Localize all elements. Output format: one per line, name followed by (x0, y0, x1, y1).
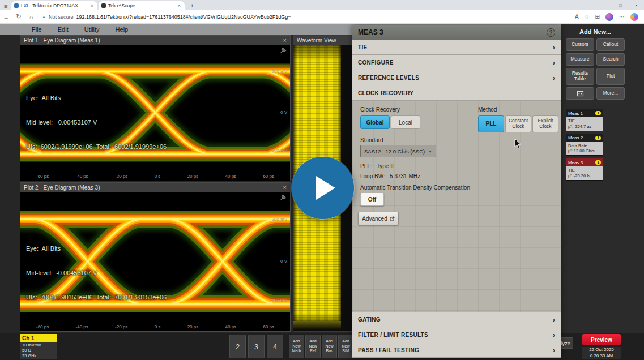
channel-4-button[interactable]: 4 (267, 335, 283, 358)
atdc-label: Automatic Transition Density Compensatio… (360, 185, 470, 191)
clock-recovery-content: Clock Recovery Global Local Method PLL C… (352, 101, 561, 312)
new-tab-button[interactable]: + (186, 2, 198, 10)
profile-avatar[interactable] (605, 13, 613, 21)
meas3-badge[interactable]: Meas 3 1 TIE µ': -25.26 fs (566, 158, 603, 181)
chevron-right-icon: › (553, 315, 555, 324)
advanced-label: Advanced (362, 216, 387, 222)
section-pass-fail[interactable]: PASS / FAIL TESTING › (352, 342, 561, 358)
browser-menu-icon[interactable]: ⋯ (619, 14, 625, 20)
y-label-bottom: -200 mV (270, 148, 287, 153)
global-button[interactable]: Global (360, 115, 390, 129)
section-filter-limit[interactable]: FILTER / LIMIT RESULTS › (352, 327, 561, 342)
back-icon[interactable]: ← (0, 14, 12, 20)
cursors-button[interactable]: Cursors (566, 38, 594, 51)
badge-name: Meas 1 (568, 111, 595, 116)
menu-help[interactable]: Help (116, 26, 129, 33)
plot-pin-icon[interactable] (280, 194, 287, 201)
menu-edit[interactable]: Edit (58, 26, 69, 33)
add-new-sim-button[interactable]: Add New SIM (338, 335, 353, 358)
meas2-badge[interactable]: Meas 2 1 Data Rate µ': 12.00 Gb/s (566, 134, 603, 156)
plot-close-icon[interactable]: × (283, 184, 287, 191)
standard-value: SAS12 : 12.0 Gb/s (SSC) (364, 148, 428, 155)
chevron-right-icon: › (553, 74, 555, 82)
browser-tab-lxi[interactable]: LXI - Tektronix-DPO714AX × (11, 1, 97, 10)
measure-button[interactable]: Measure (566, 53, 594, 66)
explicit-clock-button[interactable]: Explicit Clock (532, 115, 558, 132)
constant-clock-button[interactable]: Constant Clock (505, 115, 531, 132)
mid-level-label: Mid-level: -0.00453107 V (26, 118, 167, 126)
meas2-header: Meas 2 1 (566, 134, 603, 142)
badge-name: Meas 3 (568, 160, 595, 165)
menu-utility[interactable]: Utility (84, 26, 100, 33)
meas3-panel-header[interactable]: MEAS 3 ? (352, 25, 561, 40)
address-field[interactable]: ▲ Not secure 192.168.1.61/Tektronix/?rel… (42, 14, 569, 20)
atdc-toggle[interactable]: Off (360, 192, 384, 206)
section-gating[interactable]: GATING › (352, 312, 561, 327)
chevron-right-icon: › (553, 346, 555, 354)
waveform-view-titlebar[interactable]: Waveform View (293, 36, 353, 45)
channel-1-badge[interactable]: Ch 1 70 mV/div 50 Ω 25 GHz (20, 334, 57, 359)
add-new-ref-button[interactable]: Add New Ref (305, 335, 321, 358)
act-on-event-button[interactable] (566, 87, 594, 100)
clock-recovery-label: Clock Recovery (360, 106, 400, 113)
home-icon[interactable]: ⌂ (25, 14, 37, 20)
standard-dropdown[interactable]: SAS12 : 12.0 Gb/s (SSC) ▼ (360, 145, 436, 157)
meas1-badge[interactable]: Meas 1 1 TIE µ': -354.7 as (566, 109, 603, 131)
tab-close-icon[interactable]: × (89, 3, 95, 8)
section-clock-recovery[interactable]: CLOCK RECOVERY (352, 85, 561, 101)
plot1-x-axis: -60 ps -40 ps -20 ps 0 s 20 ps 40 ps 60 … (20, 174, 290, 179)
collections-icon[interactable]: ⊞ (595, 14, 600, 20)
y-label-top: 200 mV (271, 69, 287, 74)
advanced-button[interactable]: Advanced (358, 212, 399, 225)
play-icon (316, 176, 335, 200)
plot-button[interactable]: Plot (596, 68, 625, 85)
window-controls: — □ × (596, 0, 644, 10)
tab-search-icon[interactable]: ⊞ (0, 2, 11, 10)
plot1-titlebar[interactable]: Plot 1 - Eye Diagram (Meas 1) × (20, 36, 290, 45)
local-button[interactable]: Local (391, 115, 420, 129)
more-button[interactable]: More... (596, 87, 625, 100)
tab-favicon-icon (101, 3, 106, 8)
favorite-star-icon[interactable]: ☆ (585, 14, 590, 20)
section-configure[interactable]: CONFIGURE › (352, 55, 561, 70)
x-tick: 60 ps (263, 324, 274, 329)
search-button[interactable]: Search (596, 53, 625, 66)
channel-3-button[interactable]: 3 (248, 335, 265, 358)
mid-level-label: Mid-level: -0.00453107 V (26, 269, 167, 277)
plot2-canvas[interactable]: 200 mV 0 V -200 mV Eye: All Bits Mid-lev… (20, 192, 290, 331)
add-new-math-button[interactable]: Add New Math (289, 335, 304, 358)
plot2-panel: Plot 2 - Eye Diagram (Meas 3) × (20, 182, 291, 332)
preview-button[interactable]: Preview (582, 334, 621, 345)
video-play-button[interactable] (292, 157, 354, 219)
plot1-readout: Eye: All Bits Mid-level: -0.00453107 V U… (26, 78, 167, 167)
menu-file[interactable]: File (32, 26, 42, 33)
section-tie[interactable]: TIE › (352, 40, 561, 55)
minimize-icon[interactable]: — (596, 3, 612, 8)
read-aloud-icon[interactable]: A (575, 14, 579, 20)
tab-close-icon[interactable]: × (177, 3, 182, 8)
channel-1-label: Ch 1 (20, 334, 57, 342)
datetime-display: 22 Oct 2025 6:26:35 AM (582, 347, 621, 359)
refresh-icon[interactable]: ↻ (12, 13, 25, 20)
meas3-body: TIE µ': -25.26 fs (566, 166, 603, 180)
x-tick: -20 ps (115, 324, 127, 329)
tab-label: LXI - Tektronix-DPO714AX (21, 3, 87, 8)
plot-close-icon[interactable]: × (283, 37, 287, 44)
copilot-icon[interactable] (630, 13, 638, 21)
close-icon[interactable]: × (628, 3, 644, 8)
plot2-titlebar[interactable]: Plot 2 - Eye Diagram (Meas 3) × (20, 183, 290, 192)
x-tick: -60 ps (36, 174, 49, 179)
pll-button[interactable]: PLL (478, 115, 504, 132)
plot2-title: Plot 2 - Eye Diagram (Meas 3) (24, 185, 100, 191)
browser-tab-escope[interactable]: Tek e*Scope × (99, 1, 185, 10)
results-table-button[interactable]: Results Table (566, 68, 594, 85)
channel-2-button[interactable]: 2 (229, 335, 246, 358)
plot1-canvas[interactable]: 200 mV 0 V -200 mV Eye: All Bits Mid-lev… (20, 45, 290, 181)
add-new-bus-button[interactable]: Add New Bus (322, 335, 337, 358)
callout-button[interactable]: Callout (596, 38, 625, 51)
x-tick: 40 ps (225, 324, 237, 329)
maximize-icon[interactable]: □ (612, 3, 628, 8)
plot-pin-icon[interactable] (280, 47, 287, 54)
help-icon[interactable]: ? (547, 28, 555, 37)
section-reference-levels[interactable]: REFERENCE LEVELS › (352, 70, 561, 85)
